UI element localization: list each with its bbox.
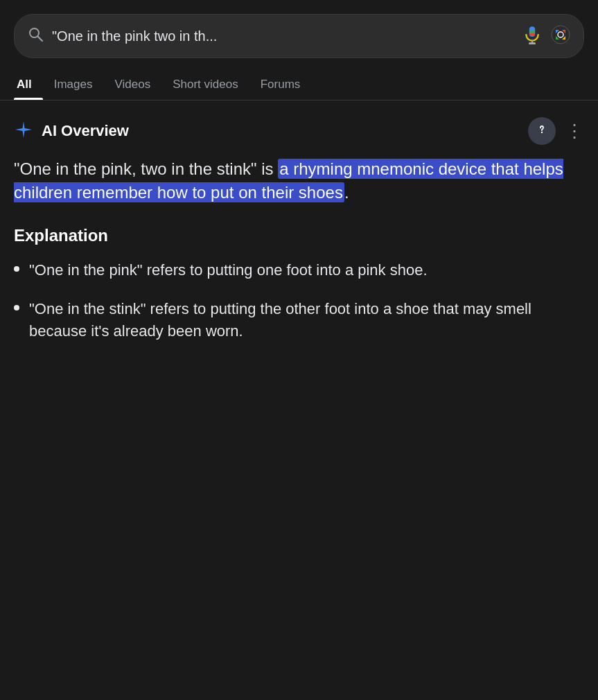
ai-overview-right: ⋮ <box>528 117 584 145</box>
bullet-text-1: "One in the pink" refers to putting one … <box>29 259 428 281</box>
explanation-list: "One in the pink" refers to putting one … <box>14 259 584 342</box>
search-tabs: All Images Videos Short videos Forums <box>0 69 598 100</box>
bullet-dot-2 <box>14 305 19 310</box>
search-bar[interactable]: "One in the pink two in th... <box>14 14 584 58</box>
ai-info-button[interactable] <box>528 117 556 145</box>
ai-overview-section: AI Overview ⋮ "One in the pink, two in t… <box>0 100 598 342</box>
main-text-after: . <box>344 183 349 202</box>
tab-forums[interactable]: Forums <box>249 69 312 100</box>
tab-all[interactable]: All <box>14 69 43 100</box>
main-text-before: "One in the pink, two in the stink" is <box>14 159 278 178</box>
svg-line-1 <box>38 37 43 42</box>
google-lens-icon[interactable] <box>550 24 571 48</box>
ai-overview-header: AI Overview ⋮ <box>14 117 584 145</box>
svg-rect-10 <box>530 33 535 36</box>
explanation-section: Explanation "One in the pink" refers to … <box>14 226 584 342</box>
tab-short-videos[interactable]: Short videos <box>161 69 249 100</box>
search-icon <box>27 26 44 46</box>
sparkle-icon <box>14 120 33 142</box>
ai-overview-title: AI Overview <box>42 122 129 140</box>
svg-point-16 <box>541 131 543 132</box>
svg-rect-13 <box>552 26 570 44</box>
ai-overview-left: AI Overview <box>14 120 129 142</box>
bullet-dot-1 <box>14 266 19 272</box>
search-bar-container: "One in the pink two in th... <box>0 0 598 69</box>
info-icon <box>534 121 550 141</box>
explanation-title: Explanation <box>14 226 584 245</box>
ai-main-text: "One in the pink, two in the stink" is a… <box>14 157 584 204</box>
tab-videos[interactable]: Videos <box>103 69 161 100</box>
search-query-text: "One in the pink two in th... <box>52 28 514 44</box>
more-options-button[interactable]: ⋮ <box>565 122 584 140</box>
tab-images[interactable]: Images <box>43 69 104 100</box>
bullet-text-2: "One in the stink" refers to putting the… <box>29 298 584 342</box>
mic-icon[interactable] <box>522 25 542 47</box>
list-item: "One in the pink" refers to putting one … <box>14 259 584 281</box>
list-item: "One in the stink" refers to putting the… <box>14 298 584 342</box>
